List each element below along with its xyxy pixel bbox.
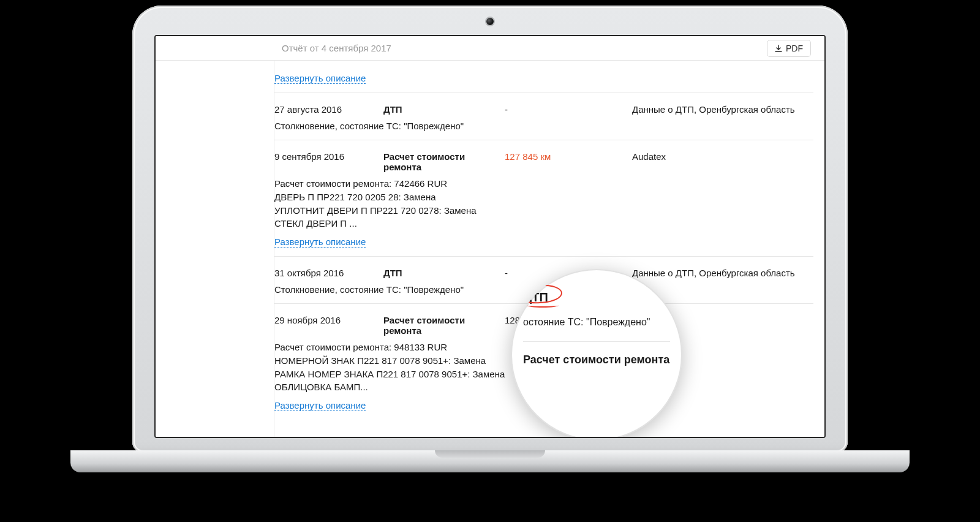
red-underline-icon <box>527 303 559 308</box>
history-entry: Развернуть описание <box>274 61 813 93</box>
camera-icon <box>486 18 494 25</box>
laptop-frame: Отчёт от 4 сентября 2017 PDF Развернуть … <box>132 6 848 453</box>
sidebar <box>156 61 274 437</box>
report-title: Отчёт от 4 сентября 2017 <box>282 43 391 53</box>
entry-kind: Расчет стоимости ремонта <box>383 151 500 172</box>
entry-kind: ДТП <box>383 104 500 115</box>
expand-link[interactable]: Развернуть описание <box>274 400 366 411</box>
pdf-label: PDF <box>786 44 803 53</box>
entry-date: 27 августа 2016 <box>274 104 379 115</box>
entry-source: Данные о ДТП, Оренбургская область <box>632 104 813 115</box>
zoom-sub: остояние ТС: "Повреждено" <box>523 316 670 329</box>
zoom-block: Расчет стоимости ремонта <box>523 353 670 367</box>
download-pdf-button[interactable]: PDF <box>767 40 811 57</box>
entry-kind: Расчет стоимости ремонта <box>383 315 500 336</box>
zoom-heading: ДТП <box>523 289 670 306</box>
entry-source: Данные о ДТП, Оренбургская область <box>632 268 813 278</box>
entry-km: 127 845 км <box>505 151 627 162</box>
magnifier-lens: ДТП остояние ТС: "Повреждено" Расчет сто… <box>511 269 682 438</box>
entry-note: Столкновение, состояние ТС: "Повреждено" <box>274 121 813 131</box>
entry-date: 9 сентября 2016 <box>274 151 379 162</box>
app: Отчёт от 4 сентября 2017 PDF Развернуть … <box>156 36 824 437</box>
expand-link[interactable]: Развернуть описание <box>274 236 366 248</box>
entry-date: 31 октября 2016 <box>274 268 379 278</box>
laptop-shadow <box>92 475 888 491</box>
download-icon <box>775 45 782 52</box>
history-entry: 27 августа 2016 ДТП - Данные о ДТП, Орен… <box>274 93 813 140</box>
detail-line: Расчет стоимости ремонта: 742466 RUR <box>274 177 813 191</box>
detail-line: УПЛОТНИТ ДВЕРИ П ПР221 720 0278: Замена <box>274 204 813 218</box>
entry-source: Audatex <box>632 151 813 162</box>
entry-details: Расчет стоимости ремонта: 742466 RUR ДВЕ… <box>274 177 813 230</box>
topbar: Отчёт от 4 сентября 2017 PDF <box>156 36 824 61</box>
screen: Отчёт от 4 сентября 2017 PDF Развернуть … <box>154 35 826 438</box>
detail-line: СТЕКЛ ДВЕРИ П ... <box>274 217 813 230</box>
entry-date: 29 ноября 2016 <box>274 315 379 325</box>
entry-kind: ДТП <box>383 268 500 278</box>
entry-km: - <box>505 104 627 115</box>
history-entry: 9 сентября 2016 Расчет стоимости ремонта… <box>274 140 813 256</box>
zoom-divider <box>523 341 670 342</box>
laptop-notch <box>435 450 545 458</box>
expand-link[interactable]: Развернуть описание <box>274 73 366 84</box>
detail-line: ДВЕРЬ П ПР221 720 0205 28: Замена <box>274 191 813 204</box>
laptop-base <box>70 450 910 472</box>
